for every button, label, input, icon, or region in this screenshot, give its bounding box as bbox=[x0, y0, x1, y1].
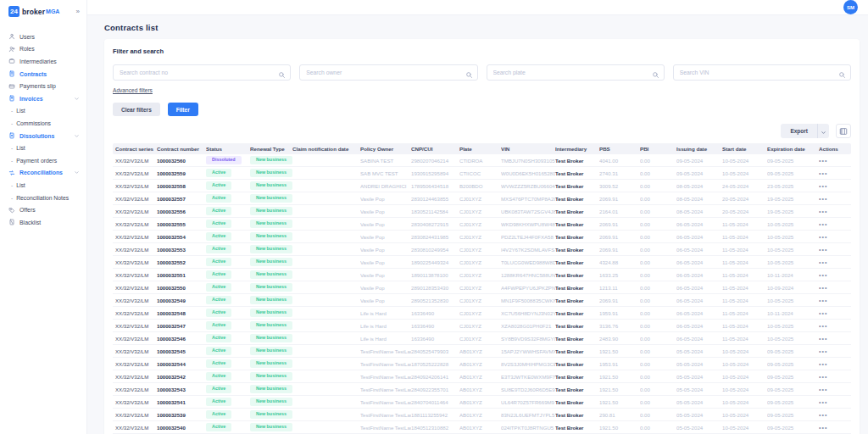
sidebar-item-roles[interactable]: Roles bbox=[0, 43, 86, 56]
column-header-intermediary: Intermediary bbox=[555, 146, 599, 152]
row-actions-button[interactable]: ••• bbox=[819, 336, 827, 342]
column-header-start-date: Start date bbox=[722, 146, 767, 152]
table-row: XX/32/V32/LM1000032560DissolutedNew busi… bbox=[113, 154, 851, 167]
reconciliations-icon bbox=[8, 170, 15, 176]
search-input-search-owner[interactable] bbox=[299, 64, 477, 81]
sidebar-subitem-list[interactable]: -List bbox=[0, 179, 86, 192]
sidebar-item-invoices[interactable]: Invoices bbox=[0, 92, 86, 105]
row-actions-button[interactable]: ••• bbox=[819, 348, 827, 354]
cell-issuing-date: 06-05-2024 bbox=[676, 310, 722, 316]
sidebar-item-intermediaries[interactable]: Intermediaries bbox=[0, 55, 86, 68]
cell-cnp-cui: 2830810249954 bbox=[411, 247, 459, 253]
advanced-filters-link[interactable]: Advanced filters bbox=[113, 87, 153, 93]
search-input-search-contract-no[interactable] bbox=[113, 64, 291, 81]
cell-intermediary: Test Broker bbox=[555, 336, 599, 342]
sidebar-item-payments-slip[interactable]: Payments slip bbox=[0, 80, 86, 92]
columns-icon bbox=[839, 124, 848, 139]
row-actions-button[interactable]: ••• bbox=[819, 234, 827, 240]
row-actions-button[interactable]: ••• bbox=[819, 170, 827, 176]
table-row: XX/32/V32/LM1000032551ActiveNew business… bbox=[113, 269, 851, 281]
status-badge: Active bbox=[206, 220, 231, 228]
sidebar-collapse-icon[interactable]: » bbox=[76, 8, 80, 15]
cell-contract-series: XX/32/V32/LM bbox=[113, 348, 157, 354]
bullet-dash: - bbox=[11, 182, 13, 188]
cell-policy-owner: Vasile Pop bbox=[360, 209, 411, 214]
row-actions-button[interactable]: ••• bbox=[819, 310, 827, 316]
user-avatar[interactable]: SM bbox=[843, 0, 858, 14]
renewal-type-badge: New business bbox=[250, 156, 292, 164]
cell-pbs: 1921.50 bbox=[599, 374, 640, 380]
topbar: SM bbox=[87, 0, 868, 15]
cell-intermediary: Test Broker bbox=[555, 387, 599, 392]
row-actions-button[interactable]: ••• bbox=[819, 298, 827, 303]
cell-renewal-type: New business bbox=[250, 347, 292, 355]
search-field-wrap bbox=[299, 63, 477, 81]
cell-renewal-type: New business bbox=[250, 398, 292, 406]
cell-policy-owner: Life is Hard bbox=[360, 323, 411, 329]
row-actions-button[interactable]: ••• bbox=[819, 209, 827, 214]
sidebar-subitem-payment-orders[interactable]: -Payment orders bbox=[0, 154, 86, 167]
sidebar-subitem-list[interactable]: -List bbox=[0, 105, 86, 118]
row-actions-button[interactable]: ••• bbox=[819, 158, 827, 164]
sidebar-item-users[interactable]: Users bbox=[0, 31, 86, 43]
row-actions-button[interactable]: ••• bbox=[819, 361, 827, 367]
filter-button[interactable]: Filter bbox=[168, 103, 198, 116]
cell-plate: CJ01XYZ bbox=[459, 209, 501, 214]
cell-expiration-date: 09-05-2025 bbox=[767, 425, 819, 431]
cell-status: Active bbox=[206, 334, 250, 342]
sidebar-item-contracts[interactable]: Contracts bbox=[0, 68, 86, 81]
cell-pbi: 0.00 bbox=[640, 336, 676, 342]
cell-expiration-date: 23-05-2025 bbox=[767, 183, 819, 189]
cell-expiration-date: 10-11-2024 bbox=[767, 272, 819, 278]
row-actions-button[interactable]: ••• bbox=[819, 285, 827, 291]
cell-cnp-cui: 1890113878100 bbox=[411, 272, 459, 278]
sidebar-subitem-list[interactable]: -List bbox=[0, 142, 86, 154]
row-actions-button[interactable]: ••• bbox=[819, 196, 827, 202]
renewal-type-badge: New business bbox=[250, 283, 292, 292]
row-actions-button[interactable]: ••• bbox=[819, 374, 827, 380]
cell-intermediary: Test Broker bbox=[555, 285, 599, 291]
sidebar-item-blacklist[interactable]: Blacklist bbox=[0, 216, 86, 229]
cell-start-date: 11-05-2024 bbox=[722, 310, 767, 316]
cell-vin: TMBJU7N0SH3093105 bbox=[501, 158, 555, 164]
sidebar-menu: UsersRolesIntermediariesContractsPayment… bbox=[0, 31, 86, 229]
cell-renewal-type: New business bbox=[250, 207, 292, 215]
row-actions-button[interactable]: ••• bbox=[819, 425, 827, 431]
row-actions-button[interactable]: ••• bbox=[819, 399, 827, 405]
sidebar-item-offers[interactable]: Offers bbox=[0, 203, 86, 216]
sidebar-subitem-commissions[interactable]: -Commissions bbox=[0, 117, 86, 130]
export-dropdown-button[interactable] bbox=[817, 124, 829, 138]
row-actions-button[interactable]: ••• bbox=[819, 387, 827, 392]
row-actions-button[interactable]: ••• bbox=[819, 259, 827, 265]
cell-pbi: 0.00 bbox=[640, 183, 676, 189]
cell-pbs: 290.81 bbox=[599, 412, 640, 418]
bullet-dash: - bbox=[11, 158, 13, 164]
export-button[interactable]: Export bbox=[781, 124, 817, 138]
search-icon bbox=[278, 67, 286, 75]
cell-cnp-cui: 16336490 bbox=[411, 310, 459, 316]
cell-actions: ••• bbox=[819, 310, 851, 316]
row-actions-button[interactable]: ••• bbox=[819, 183, 827, 189]
row-actions-button[interactable]: ••• bbox=[819, 247, 827, 253]
clear-filters-button[interactable]: Clear filters bbox=[113, 103, 160, 116]
search-input-search-plate[interactable] bbox=[487, 64, 665, 81]
search-input-search-vin[interactable] bbox=[673, 64, 851, 81]
cell-contract-number: 1000032539 bbox=[157, 412, 206, 418]
cell-pbs: 2069.91 bbox=[599, 247, 640, 253]
column-settings-button[interactable] bbox=[836, 124, 851, 138]
cell-issuing-date: 06-05-2024 bbox=[676, 221, 722, 227]
cell-actions: ••• bbox=[819, 361, 851, 367]
sidebar-subitem-reconciliation-notes[interactable]: -Reconciliation Notes bbox=[0, 192, 86, 204]
cell-cnp-cui: 1881113255942 bbox=[411, 412, 459, 418]
cell-policy-owner: TestFirstName TestLastName bbox=[360, 387, 411, 392]
sidebar-item-reconciliations[interactable]: Reconciliations bbox=[0, 167, 86, 180]
row-actions-button[interactable]: ••• bbox=[819, 221, 827, 227]
cell-intermediary: Test Broker bbox=[555, 170, 599, 176]
row-actions-button[interactable]: ••• bbox=[819, 323, 827, 329]
cell-pbi: 0.00 bbox=[640, 234, 676, 240]
bullet-dash: - bbox=[11, 145, 13, 151]
sidebar-item-dissolutions[interactable]: Dissolutions bbox=[0, 130, 86, 142]
row-actions-button[interactable]: ••• bbox=[819, 272, 827, 278]
cell-renewal-type: New business bbox=[250, 220, 292, 228]
row-actions-button[interactable]: ••• bbox=[819, 412, 827, 418]
